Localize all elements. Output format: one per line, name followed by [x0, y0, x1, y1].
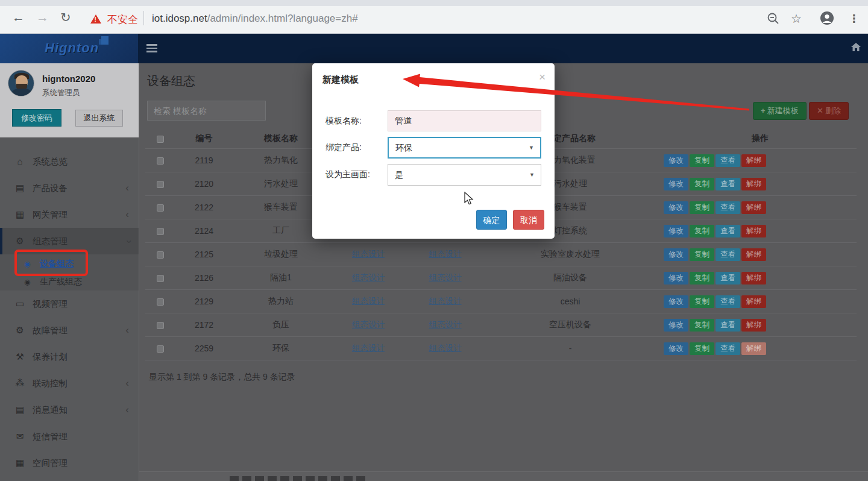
copy-button[interactable]: 复制: [690, 225, 714, 237]
sidebar-item-products[interactable]: ▤产品设备‹: [0, 175, 139, 201]
browser-forward-button[interactable]: →: [36, 11, 49, 24]
row-checkbox[interactable]: [157, 275, 164, 282]
sidebar-item-label: 空间管理: [33, 458, 68, 468]
insecure-label[interactable]: 不安全: [107, 13, 138, 27]
unbind-button[interactable]: 解绑: [741, 225, 766, 237]
template-name-input[interactable]: [388, 110, 541, 131]
copy-button[interactable]: 复制: [690, 342, 714, 355]
copy-button[interactable]: 复制: [690, 272, 714, 285]
row-checkbox[interactable]: [157, 181, 164, 188]
unbind-button[interactable]: 解绑: [741, 248, 766, 261]
row-checkbox[interactable]: [157, 322, 164, 329]
main-screen-select[interactable]: 是▼: [388, 164, 541, 186]
view-button[interactable]: 查看: [715, 178, 740, 190]
sidebar-item-gateway[interactable]: ▦网关管理‹: [0, 201, 139, 228]
table-row: 2125 垃圾处理 组态设计 组态设计 实验室废水处理 修改复制查看解绑: [145, 243, 857, 266]
view-button[interactable]: 查看: [715, 154, 740, 167]
view-button[interactable]: 查看: [715, 342, 740, 355]
logout-button[interactable]: 退出系统: [75, 110, 123, 127]
browser-tabstrip: [0, 0, 868, 6]
design-link-1[interactable]: 组态设计: [352, 320, 385, 329]
row-checkbox[interactable]: [157, 345, 164, 353]
cell-product-name: ceshi: [483, 297, 658, 306]
change-password-button[interactable]: 修改密码: [12, 109, 61, 127]
sidebar-item-message[interactable]: ▤消息通知‹: [0, 397, 139, 423]
new-template-button[interactable]: +新建模板: [753, 102, 807, 120]
device-config-link[interactable]: 设备组态: [40, 259, 74, 268]
edit-button[interactable]: 修改: [664, 272, 688, 285]
copy-button[interactable]: 复制: [690, 201, 714, 214]
browser-reload-button[interactable]: ↻: [60, 11, 71, 24]
home-icon[interactable]: [850, 41, 862, 53]
view-button[interactable]: 查看: [715, 225, 740, 237]
delete-button[interactable]: ✕删除: [809, 102, 849, 120]
copy-button[interactable]: 复制: [690, 248, 714, 261]
unbind-button[interactable]: 解绑: [741, 272, 766, 285]
copy-button[interactable]: 复制: [690, 154, 714, 167]
sidebar-item-device-config[interactable]: ◉设备组态: [0, 254, 139, 272]
cancel-button[interactable]: 取消: [513, 210, 544, 230]
edit-button[interactable]: 修改: [664, 225, 688, 237]
row-checkbox[interactable]: [157, 251, 164, 259]
unbind-button[interactable]: 解绑: [741, 342, 766, 355]
sidebar-item-sms[interactable]: ✉短信管理: [0, 423, 139, 450]
row-checkbox[interactable]: [157, 298, 164, 306]
row-checkbox[interactable]: [157, 228, 164, 235]
zoom-out-icon[interactable]: [767, 12, 780, 25]
profile-avatar-icon[interactable]: [820, 11, 834, 25]
sidebar-item-label: 故障管理: [33, 325, 68, 335]
edit-button[interactable]: 修改: [664, 154, 688, 167]
address-bar[interactable]: iot.idosp.net/admin/index.html?language=…: [152, 13, 358, 25]
bind-product-select[interactable]: 环保▼: [388, 137, 541, 159]
edit-button[interactable]: 修改: [664, 178, 688, 190]
sidebar-item-configuration[interactable]: ⚙组态管理‹: [0, 228, 139, 254]
close-icon[interactable]: ×: [539, 71, 546, 84]
unbind-button[interactable]: 解绑: [741, 295, 766, 308]
unbind-button[interactable]: 解绑: [741, 154, 766, 167]
sidebar-item-video[interactable]: ▭视频管理: [0, 291, 139, 317]
design-link-2[interactable]: 组态设计: [429, 297, 462, 306]
view-button[interactable]: 查看: [715, 295, 740, 308]
sidebar-item-linkage[interactable]: ⁂联动控制‹: [0, 370, 139, 397]
copy-button[interactable]: 复制: [690, 295, 714, 308]
row-checkbox[interactable]: [157, 157, 164, 165]
sidebar-item-fault[interactable]: ⚙故障管理‹: [0, 317, 139, 344]
new-template-label: 新建模板: [767, 106, 799, 115]
unbind-button[interactable]: 解绑: [741, 319, 766, 332]
edit-button[interactable]: 修改: [664, 319, 688, 332]
design-link-1[interactable]: 组态设计: [352, 344, 385, 353]
view-button[interactable]: 查看: [715, 248, 740, 261]
edit-button[interactable]: 修改: [664, 201, 688, 214]
copy-button[interactable]: 复制: [690, 178, 714, 190]
bookmark-star-icon[interactable]: ☆: [791, 11, 802, 26]
select-all-checkbox[interactable]: [157, 136, 164, 143]
design-link-2[interactable]: 组态设计: [429, 320, 462, 329]
browser-menu-icon[interactable]: ⋮: [849, 12, 860, 25]
edit-button[interactable]: 修改: [664, 248, 688, 261]
confirm-button[interactable]: 确定: [476, 210, 507, 230]
brand-logo[interactable]: Hignton: [0, 34, 138, 63]
sidebar-item-space[interactable]: ▦空间管理: [0, 450, 139, 476]
search-input[interactable]: [147, 101, 266, 121]
design-link-2[interactable]: 组态设计: [429, 250, 462, 259]
browser-back-button[interactable]: ←: [12, 11, 25, 24]
view-button[interactable]: 查看: [715, 201, 740, 214]
design-link-1[interactable]: 组态设计: [352, 250, 385, 259]
line-config-link[interactable]: 生产线组态: [40, 277, 82, 286]
design-link-2[interactable]: 组态设计: [429, 344, 462, 353]
sidebar-item-overview[interactable]: ⌂系统总览: [0, 148, 139, 175]
edit-button[interactable]: 修改: [664, 295, 688, 308]
sidebar-toggle-icon[interactable]: [146, 44, 157, 54]
edit-button[interactable]: 修改: [664, 342, 688, 355]
row-checkbox[interactable]: [157, 204, 164, 212]
design-link-1[interactable]: 组态设计: [352, 297, 385, 306]
unbind-button[interactable]: 解绑: [741, 201, 766, 214]
view-button[interactable]: 查看: [715, 319, 740, 332]
design-link-2[interactable]: 组态设计: [429, 273, 462, 282]
copy-button[interactable]: 复制: [690, 319, 714, 332]
view-button[interactable]: 查看: [715, 272, 740, 285]
sidebar-item-line-config[interactable]: ◉生产线组态: [0, 272, 139, 291]
design-link-1[interactable]: 组态设计: [352, 273, 385, 282]
sidebar-item-maintenance[interactable]: ⚒保养计划: [0, 344, 139, 370]
unbind-button[interactable]: 解绑: [741, 178, 766, 190]
